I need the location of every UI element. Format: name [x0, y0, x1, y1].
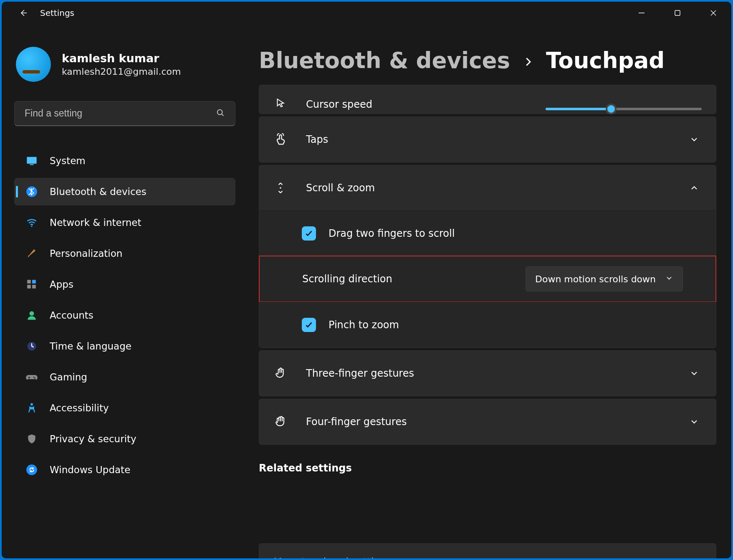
hand-three-icon [273, 366, 288, 380]
shield-icon [25, 433, 38, 445]
titlebar: Settings [2, 2, 731, 24]
chevron-down-icon[interactable] [687, 366, 702, 381]
window-title: Settings [40, 8, 74, 18]
sidebar-item-label: Accounts [50, 310, 94, 321]
svg-point-4 [26, 186, 37, 197]
svg-point-12 [33, 376, 34, 378]
row-pinch-to-zoom[interactable]: Pinch to zoom [259, 302, 716, 347]
panel-more-touchpad-settings[interactable]: More touchpad settings [259, 543, 716, 558]
panel-label: Four-finger gestures [306, 416, 407, 428]
sidebar-item-label: System [50, 155, 86, 166]
display-icon [25, 155, 38, 167]
breadcrumb: Bluetooth & devices Touchpad [259, 48, 716, 73]
chevron-down-icon[interactable] [687, 132, 702, 147]
related-settings-heading: Related settings [259, 462, 716, 474]
minimize-button[interactable] [624, 2, 660, 24]
panel-taps[interactable]: Taps [259, 117, 716, 162]
sidebar-item-gaming[interactable]: Gaming [14, 363, 235, 391]
scrolling-direction-select[interactable]: Down motion scrolls down [526, 266, 683, 291]
gamepad-icon [25, 371, 38, 383]
wifi-icon [25, 216, 38, 229]
chevron-down-icon [665, 274, 673, 284]
sidebar-item-label: Personalization [50, 248, 122, 259]
sidebar-nav: System Bluetooth & devices Network & int… [14, 147, 235, 484]
svg-point-5 [31, 226, 32, 227]
svg-point-1 [217, 109, 222, 114]
row-scrolling-direction-highlight: Scrolling direction Down motion scrolls … [259, 256, 716, 302]
panel-scroll-zoom-header[interactable]: Scroll & zoom [259, 165, 716, 210]
checkbox-drag-two-fingers[interactable] [302, 226, 316, 241]
close-button[interactable] [695, 2, 731, 24]
sidebar-item-label: Apps [50, 279, 73, 290]
profile-block[interactable]: kamlesh kumar kamlesh2011@gmail.com [16, 47, 235, 82]
svg-rect-2 [27, 157, 36, 164]
bluetooth-icon [25, 185, 38, 198]
svg-point-10 [30, 311, 34, 316]
update-icon [25, 464, 38, 476]
checkbox-pinch-to-zoom[interactable] [302, 318, 316, 332]
tap-icon [273, 132, 288, 147]
svg-point-16 [280, 187, 281, 188]
svg-rect-7 [32, 280, 36, 284]
sidebar-item-label: Accessibility [50, 403, 109, 413]
option-label: Drag two fingers to scroll [329, 228, 455, 239]
sidebar-item-personalization[interactable]: Personalization [14, 240, 235, 267]
svg-rect-9 [32, 285, 36, 289]
sidebar: kamlesh kumar kamlesh2011@gmail.com Syst… [2, 24, 244, 558]
svg-rect-8 [27, 285, 31, 289]
profile-name: kamlesh kumar [62, 52, 181, 65]
panel-label: Taps [306, 134, 328, 145]
scroll-icon [273, 181, 288, 195]
svg-rect-6 [27, 280, 31, 284]
chevron-up-icon[interactable] [687, 180, 702, 195]
accessibility-icon [25, 402, 38, 414]
search-box[interactable] [14, 101, 235, 126]
panel-scroll-zoom: Scroll & zoom Drag two fingers to scroll [259, 165, 716, 348]
clock-globe-icon [25, 340, 38, 352]
sidebar-item-privacy-security[interactable]: Privacy & security [14, 425, 235, 453]
search-input[interactable] [25, 108, 216, 119]
panel-label: Scroll & zoom [306, 182, 375, 194]
panel-three-finger[interactable]: Three-finger gestures [259, 350, 716, 396]
panel-label: More touchpad settings [273, 556, 392, 558]
profile-email: kamlesh2011@gmail.com [62, 66, 181, 77]
sidebar-item-label: Windows Update [50, 464, 130, 475]
back-button[interactable] [16, 6, 30, 20]
main-content: Bluetooth & devices Touchpad Cursor spee… [244, 24, 731, 558]
search-icon [216, 108, 225, 119]
avatar [16, 47, 51, 82]
svg-rect-0 [675, 10, 680, 15]
sidebar-item-network[interactable]: Network & internet [14, 209, 235, 236]
svg-rect-3 [30, 164, 33, 165]
row-drag-two-fingers[interactable]: Drag two fingers to scroll [259, 211, 716, 256]
panel-label: Cursor speed [306, 99, 372, 110]
breadcrumb-parent[interactable]: Bluetooth & devices [259, 48, 510, 73]
svg-point-15 [26, 464, 37, 475]
cursor-speed-slider[interactable] [546, 108, 702, 110]
breadcrumb-current: Touchpad [546, 48, 665, 73]
panel-cursor-speed: Cursor speed [259, 85, 716, 114]
maximize-button[interactable] [660, 2, 695, 24]
hand-four-icon [273, 415, 288, 429]
settings-window: Settings kamlesh kumar kamlesh2011@gmail… [2, 2, 731, 558]
chevron-down-icon[interactable] [687, 414, 702, 429]
option-label: Scrolling direction [302, 273, 392, 285]
sidebar-item-label: Time & language [50, 341, 131, 352]
panel-label: Three-finger gestures [306, 367, 414, 379]
person-icon [25, 309, 38, 322]
panel-four-finger[interactable]: Four-finger gestures [259, 399, 716, 445]
select-value: Down motion scrolls down [535, 274, 656, 284]
sidebar-item-accounts[interactable]: Accounts [14, 302, 235, 329]
svg-point-13 [34, 378, 35, 379]
apps-icon [25, 278, 38, 291]
sidebar-item-system[interactable]: System [14, 147, 235, 175]
sidebar-item-accessibility[interactable]: Accessibility [14, 394, 235, 422]
sidebar-item-label: Privacy & security [50, 433, 136, 444]
sidebar-item-label: Network & internet [50, 217, 142, 228]
sidebar-item-label: Bluetooth & devices [50, 186, 147, 197]
sidebar-item-windows-update[interactable]: Windows Update [14, 456, 235, 484]
sidebar-item-bluetooth-devices[interactable]: Bluetooth & devices [14, 178, 235, 205]
sidebar-item-time-language[interactable]: Time & language [14, 332, 235, 360]
sidebar-item-apps[interactable]: Apps [14, 271, 235, 298]
svg-point-14 [30, 403, 33, 405]
